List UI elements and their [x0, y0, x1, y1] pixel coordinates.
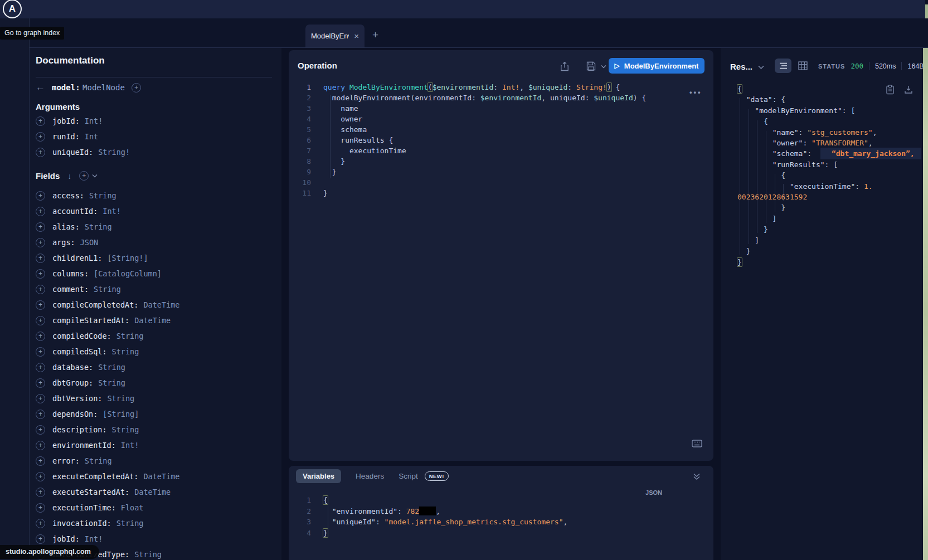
code-line[interactable]: ]: [737, 235, 921, 246]
tab-script[interactable]: Script: [399, 472, 418, 480]
code-line[interactable]: 3 "uniqueId": "model.jaffle_shop_metrics…: [289, 517, 701, 528]
field-type-link[interactable]: String: [112, 425, 139, 434]
tab-variables[interactable]: Variables: [296, 469, 341, 483]
field-row[interactable]: +childrenL1:[String!]: [36, 250, 179, 266]
field-row[interactable]: +jobId:Int!: [36, 113, 130, 129]
field-type-link[interactable]: DateTime: [134, 316, 171, 325]
field-row[interactable]: +compileStartedAt:DateTime: [36, 313, 179, 328]
code-line[interactable]: }: [737, 224, 921, 235]
field-row[interactable]: +uniqueId:String!: [36, 144, 130, 160]
field-row[interactable]: +invocationId:String: [36, 515, 179, 531]
add-field-button[interactable]: +: [36, 148, 45, 157]
field-type-link[interactable]: Int!: [85, 534, 103, 543]
field-type-link[interactable]: Int!: [85, 116, 103, 125]
save-chevron-icon[interactable]: [601, 65, 606, 69]
code-line[interactable]: 10: [289, 177, 701, 188]
add-field-button[interactable]: +: [36, 191, 45, 201]
field-type-link[interactable]: Float: [121, 503, 144, 512]
field-row[interactable]: +columns:[CatalogColumn]: [36, 266, 179, 281]
add-field-button[interactable]: +: [36, 116, 45, 126]
code-line[interactable]: 3 name: [289, 103, 701, 114]
code-line[interactable]: "schema": “dbt_mary_jackson”,: [737, 148, 921, 159]
field-row[interactable]: +executeStartedAt:DateTime: [36, 484, 179, 500]
field-row[interactable]: +dbtVersion:String: [36, 391, 179, 406]
add-field-button[interactable]: +: [36, 285, 45, 294]
response-chevron-icon[interactable]: [758, 65, 764, 70]
field-row[interactable]: +access:String: [36, 188, 179, 203]
code-line[interactable]: 1query ModelByEnvironment($environmentId…: [289, 82, 701, 92]
field-type-link[interactable]: Int!: [103, 207, 121, 216]
code-line[interactable]: 0023620128631592: [737, 192, 921, 202]
code-line[interactable]: 2 modelByEnvironment(environmentId: $env…: [289, 92, 701, 103]
add-field-button[interactable]: +: [36, 394, 45, 403]
field-row[interactable]: +dbtGroup:String: [36, 375, 179, 391]
field-type-link[interactable]: DateTime: [134, 488, 171, 496]
add-field-button[interactable]: +: [36, 534, 45, 544]
add-field-button[interactable]: +: [36, 503, 45, 513]
keyboard-shortcuts-icon[interactable]: [692, 440, 702, 447]
add-field-button[interactable]: +: [36, 332, 45, 341]
response-json[interactable]: { "data": { "modelByEnvironment": [ { "n…: [737, 84, 921, 267]
code-line[interactable]: "data": {: [737, 94, 921, 105]
add-field-button[interactable]: +: [36, 519, 45, 528]
save-icon[interactable]: [586, 61, 596, 71]
field-type-link[interactable]: String: [85, 456, 112, 465]
add-all-fields-button[interactable]: +: [132, 83, 141, 92]
code-line[interactable]: {: [737, 84, 921, 94]
field-row[interactable]: +compiledCode:String: [36, 328, 179, 344]
code-line[interactable]: {: [737, 170, 921, 181]
code-line[interactable]: "executionTime": 1.: [737, 181, 921, 192]
code-line[interactable]: 4}: [289, 528, 701, 539]
add-field-button[interactable]: +: [36, 222, 45, 232]
apollo-logo[interactable]: A: [3, 0, 22, 18]
field-type-link[interactable]: String: [98, 363, 125, 372]
add-field-button[interactable]: +: [36, 488, 45, 497]
field-type-link[interactable]: String: [89, 191, 116, 200]
add-field-button[interactable]: +: [36, 425, 45, 435]
field-row[interactable]: +runId:Int: [36, 129, 130, 144]
field-row[interactable]: +args:JSON: [36, 235, 179, 250]
field-type-link[interactable]: String: [85, 222, 112, 231]
variables-editor[interactable]: 1{2 "environmentId": 782,3 "uniqueId": "…: [289, 495, 701, 538]
tab-modelbyenvironment[interactable]: ModelByEnvi... ×: [305, 25, 365, 47]
collapse-variables-icon[interactable]: [693, 473, 701, 480]
field-row[interactable]: +executionTime:Float: [36, 500, 179, 515]
code-line[interactable]: }: [737, 202, 921, 213]
table-view-button[interactable]: [798, 61, 808, 70]
field-type-link[interactable]: String: [98, 378, 125, 387]
type-name-link[interactable]: ModelNode: [82, 83, 125, 92]
code-line[interactable]: }: [737, 257, 921, 267]
field-row[interactable]: +compileCompletedAt:DateTime: [36, 297, 179, 313]
code-line[interactable]: 2 "environmentId": 782,: [289, 506, 701, 517]
code-line[interactable]: {: [737, 116, 921, 126]
new-tab-button[interactable]: +: [372, 29, 378, 41]
field-row[interactable]: +environmentId:Int!: [36, 437, 179, 453]
code-line[interactable]: 11}: [289, 188, 701, 198]
code-line[interactable]: 1{: [289, 495, 701, 506]
add-field-button[interactable]: +: [36, 269, 45, 279]
field-type-link[interactable]: String: [116, 519, 144, 528]
add-fields-button[interactable]: +: [79, 171, 89, 181]
run-operation-button[interactable]: ▷ ModelByEnvironment: [609, 58, 704, 74]
add-field-button[interactable]: +: [36, 316, 45, 325]
add-field-button[interactable]: +: [36, 378, 45, 388]
code-line[interactable]: }: [737, 246, 921, 256]
tab-headers[interactable]: Headers: [356, 472, 384, 480]
add-field-button[interactable]: +: [36, 238, 45, 247]
code-line[interactable]: "name": "stg_customers",: [737, 127, 921, 138]
share-icon[interactable]: [560, 61, 569, 71]
tab-close-icon[interactable]: ×: [354, 31, 359, 41]
add-field-button[interactable]: +: [36, 347, 45, 357]
add-field-button[interactable]: +: [36, 207, 45, 216]
code-line[interactable]: 4 owner: [289, 114, 701, 124]
add-field-button[interactable]: +: [36, 456, 45, 466]
field-type-link[interactable]: String!: [98, 148, 130, 157]
field-type-link[interactable]: Int!: [121, 441, 139, 450]
code-line[interactable]: "owner": "TRANSFORMER",: [737, 138, 921, 148]
code-line[interactable]: 6 runResults {: [289, 135, 701, 145]
code-line[interactable]: 8 }: [289, 156, 701, 167]
field-type-link[interactable]: DateTime: [143, 300, 179, 309]
field-row[interactable]: +alias:String: [36, 219, 179, 235]
field-row[interactable]: +comment:String: [36, 281, 179, 297]
code-line[interactable]: 9 }: [289, 167, 701, 177]
